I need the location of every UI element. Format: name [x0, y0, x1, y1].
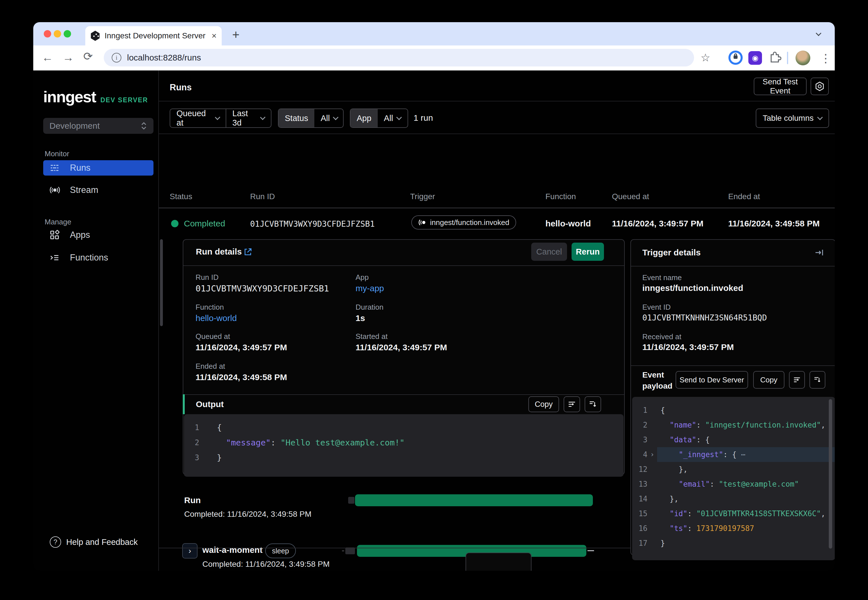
updown-chevron-icon [140, 121, 147, 131]
code-line: 1{ [184, 420, 624, 435]
bookmark-star-icon[interactable]: ☆ [701, 52, 710, 63]
token-key: "ts" [670, 524, 687, 533]
row-run-id[interactable]: 01JCVBTMV3WXY9D3CFDEJFZSB1 [250, 219, 375, 229]
tab-search-chevron-icon[interactable] [816, 31, 821, 36]
line-number: 1 [632, 406, 648, 415]
chevron-down-icon [396, 115, 402, 120]
status-filter-group: Status All [278, 109, 344, 128]
trigger-pill: inngest/function.invoked [411, 215, 516, 230]
field-label-event-name: Event name [642, 273, 682, 282]
output-wrap-text-button[interactable] [564, 396, 580, 412]
output-title: Output [196, 399, 224, 409]
step-expand-button[interactable]: › [182, 543, 197, 559]
code-content: { [209, 423, 624, 432]
output-copy-button[interactable]: Copy [528, 396, 559, 412]
token-punc: : [270, 438, 281, 447]
collapse-chevron-icon[interactable]: › [648, 451, 657, 459]
new-tab-button[interactable]: + [232, 29, 240, 41]
chevron-down-icon [333, 115, 339, 120]
sidebar-item-runs[interactable]: Runs [43, 160, 153, 176]
load-more-button-partial[interactable] [466, 553, 531, 571]
line-number: 13 [632, 480, 648, 488]
site-info-icon[interactable]: i [112, 53, 121, 62]
sidebar-item-label: Apps [70, 230, 90, 240]
window-close-button[interactable] [44, 30, 51, 38]
output-scroll-bottom-button[interactable] [585, 396, 601, 412]
help-label: Help and Feedback [66, 538, 138, 547]
rerun-button[interactable]: Rerun [572, 242, 604, 261]
sidebar-item-stream[interactable]: Stream [43, 182, 153, 198]
logo-text: inngest [43, 88, 96, 106]
time-field-dropdown[interactable]: Queued at [170, 109, 226, 127]
header-divider [159, 101, 835, 102]
collapse-panel-icon[interactable] [814, 248, 824, 258]
column-header-ended-at[interactable]: Ended at [728, 192, 760, 201]
column-header-trigger[interactable]: Trigger [410, 192, 435, 201]
back-icon[interactable]: ← [42, 52, 53, 63]
settings-gear-button[interactable] [810, 77, 829, 95]
code-line: 13"email": "test@example.com" [632, 477, 835, 491]
cancel-button[interactable]: Cancel [531, 242, 567, 261]
run-details-title: Run details [196, 247, 242, 256]
field-value-received-at: 11/16/2024, 3:49:57 PM [642, 342, 734, 352]
window-zoom-button[interactable] [64, 30, 71, 38]
column-header-status[interactable]: Status [170, 192, 192, 201]
page-title: Runs [170, 82, 192, 92]
send-test-event-button[interactable]: Send Test Event [754, 77, 807, 95]
tab-close-icon[interactable]: × [211, 32, 217, 40]
code-line: 12}, [632, 462, 835, 477]
sidebar-item-functions[interactable]: Functions [43, 250, 153, 265]
app-filter-dropdown[interactable]: All [378, 109, 407, 127]
payload-scrollbar[interactable] [829, 399, 832, 548]
wrap-text-icon [793, 376, 801, 384]
field-label-started-at: Started at [355, 332, 388, 341]
wrap-text-icon [568, 400, 576, 409]
browser-tab[interactable]: Inngest Development Server × [85, 26, 222, 45]
token-punc: { [217, 423, 222, 432]
password-manager-extension-icon[interactable] [728, 51, 743, 65]
payload-wrap-text-button[interactable] [789, 371, 805, 389]
environment-selector[interactable]: Development [43, 118, 153, 134]
field-value-function-link[interactable]: hello-world [196, 314, 237, 323]
column-header-queued-at[interactable]: Queued at [612, 192, 649, 201]
code-line[interactable]: 4›"_inngest": { ⋯ [632, 447, 835, 462]
payload-scroll-bottom-button[interactable] [809, 371, 826, 389]
token-ell: ⋯ [737, 450, 745, 459]
external-link-icon[interactable] [243, 247, 253, 257]
reload-icon[interactable]: ⟳ [83, 51, 93, 62]
help-and-feedback[interactable]: ? Help and Feedback [45, 536, 138, 548]
column-header-function[interactable]: Function [545, 192, 576, 201]
line-number: 14 [632, 495, 648, 503]
code-content: }, [657, 495, 835, 503]
payload-copy-button[interactable]: Copy [753, 371, 785, 389]
table-columns-button[interactable]: Table columns [756, 109, 829, 128]
field-value-app-link[interactable]: my-app [355, 283, 384, 293]
status-filter-dropdown[interactable]: All [314, 109, 344, 127]
token-str: "Hello test@example.com!" [281, 438, 405, 447]
row-ended-at: 11/16/2024, 3:49:58 PM [728, 219, 820, 229]
token-punc: : [687, 524, 697, 533]
purple-extension-icon[interactable]: ◉ [748, 51, 762, 65]
filters-divider [159, 133, 835, 134]
send-to-dev-server-button[interactable]: Send to Dev Server [675, 371, 748, 389]
column-header-run-id[interactable]: Run ID [250, 192, 275, 201]
code-content: } [209, 453, 624, 462]
time-range-dropdown[interactable]: Last 3d [226, 109, 271, 127]
run-count: 1 run [414, 113, 433, 123]
app-filter-group: App All [350, 109, 408, 128]
run-timeline-bar[interactable] [355, 494, 593, 506]
token-str: "01JCVBTMTKR41S8STTKEXSKX6C" [697, 509, 821, 518]
event-payload-title: Eventpayload [642, 369, 672, 391]
window-minimize-button[interactable] [54, 30, 61, 38]
functions-icon [49, 253, 61, 263]
browser-menu-icon[interactable]: ⋮ [820, 52, 832, 65]
url-bar[interactable]: i localhost:8288/runs [104, 49, 694, 67]
code-content: "message": "Hello test@example.com!" [209, 438, 624, 447]
token-key: "message" [226, 438, 270, 447]
forward-icon[interactable]: → [62, 52, 74, 63]
profile-avatar[interactable] [795, 51, 810, 65]
sidebar-item-label: Stream [70, 185, 98, 195]
sidebar-item-apps[interactable]: Apps [43, 227, 153, 242]
drawer-scrollbar[interactable] [160, 239, 163, 326]
extensions-puzzle-icon[interactable] [768, 50, 782, 63]
